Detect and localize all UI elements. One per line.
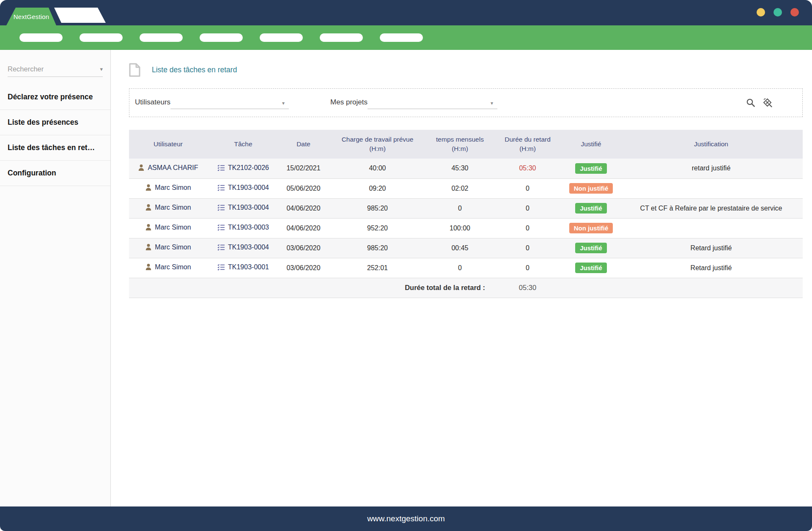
projects-select-line: ▾ [368,96,497,109]
page-header: Liste des tâches en retard [129,61,803,78]
chevron-down-icon: ▾ [491,100,493,106]
task-link[interactable]: TK2102-0026 [217,164,269,172]
status-cell: Justifié [562,238,620,258]
task-link[interactable]: TK1903-0003 [217,224,269,231]
nav-item-placeholder[interactable] [80,33,123,42]
secondary-tab[interactable] [54,8,106,23]
table-row: Marc SimonTK1903-000405/06/202009:2002:0… [129,178,803,198]
user-link[interactable]: Marc Simon [145,184,191,192]
users-select[interactable]: Utilisateurs ▾ [135,96,289,109]
user-link[interactable]: Marc Simon [145,263,191,271]
magnifier-x-icon [763,98,773,108]
brand-logo: NextGestion [14,13,49,20]
task-code: TK1903-0003 [228,224,269,231]
table-row: Marc SimonTK1903-000103/06/2020252:0100J… [129,258,803,278]
person-icon [145,204,152,211]
status-badge: Justifié [575,163,607,174]
user-name: Marc Simon [155,263,191,271]
date: 03/06/2020 [279,258,328,278]
date: 04/06/2020 [279,218,328,238]
table-row: Marc SimonTK1903-000304/06/2020952:20100… [129,218,803,238]
users-select-line: ▾ [170,96,289,109]
sidebar-item[interactable]: Déclarez votre présence [0,85,110,110]
clear-search-button[interactable] [763,98,773,108]
brand-tab[interactable]: NextGestion [6,8,56,25]
task-code: TK1903-0004 [228,244,269,251]
date: 15/02/2021 [279,159,328,178]
column-header: Date [279,130,328,159]
task-code: TK1903-0001 [228,263,269,271]
sidebar-search-placeholder: Rechercher [8,65,44,73]
planned-hours: 952:20 [328,218,427,238]
status-badge: Non justifié [569,183,613,194]
task-link[interactable]: TK1903-0004 [217,204,269,211]
table-row: Marc SimonTK1903-000404/06/2020985:2000J… [129,198,803,218]
task-link[interactable]: TK1903-0004 [217,244,269,251]
sidebar-item[interactable]: Liste des tâches en ret… [0,135,110,161]
sidebar-item[interactable]: Liste des présences [0,110,110,135]
nav-item-placeholder[interactable] [140,33,183,42]
window-control-red-dot[interactable] [790,8,799,16]
person-icon [138,164,145,171]
total-label: Durée total de la retard : [129,278,493,298]
window-control-yellow-dot[interactable] [757,8,765,16]
magnifier-icon [746,98,755,107]
monthly-hours: 45:30 [427,159,493,178]
footer-url: www.nextgestion.com [367,514,445,523]
person-icon [145,263,152,271]
planned-hours: 985:20 [328,198,427,218]
delay-duration: 0 [493,258,562,278]
projects-select[interactable]: Mes projets ▾ [330,96,497,109]
task-link[interactable]: TK1903-0004 [217,184,269,192]
window-control-teal-dot[interactable] [774,8,782,16]
table-header: UtilisateurTâcheDateCharge de travail pr… [129,130,803,159]
search-button[interactable] [746,98,756,108]
monthly-hours: 0 [427,258,493,278]
delay-duration: 0 [493,218,562,238]
delay-duration: 05:30 [493,159,562,178]
planned-hours: 252:01 [328,258,427,278]
task-code: TK1903-0004 [228,204,269,211]
planned-hours: 985:20 [328,238,427,258]
user-link[interactable]: Marc Simon [145,224,191,231]
planned-hours: 09:20 [328,178,427,198]
checklist-icon [217,264,225,271]
chevron-down-icon: ▾ [282,100,285,106]
delay-duration: 0 [493,238,562,258]
user-link[interactable]: Marc Simon [145,244,191,251]
column-header: Justification [620,130,803,159]
justification-text: Retard justifié [620,238,803,258]
person-icon [145,244,152,251]
nav-item-placeholder[interactable] [19,33,63,42]
user-name: Marc Simon [155,204,191,211]
sidebar-item[interactable]: Configuration [0,161,110,186]
user-name: Marc Simon [155,184,191,192]
status-badge: Non justifié [569,223,613,233]
sidebar-search[interactable]: Rechercher ▾ [8,62,103,77]
status-cell: Justifié [562,258,620,278]
checklist-icon [217,184,225,191]
monthly-hours: 0 [427,198,493,218]
task-code: TK2102-0026 [228,164,269,172]
column-header: Durée du retard(H:m) [493,130,562,159]
date: 03/06/2020 [279,238,328,258]
sidebar-menu: Déclarez votre présenceListe des présenc… [0,85,110,186]
user-link[interactable]: Marc Simon [145,204,191,211]
nav-item-placeholder[interactable] [200,33,243,42]
main-nav [0,25,812,50]
task-link[interactable]: TK1903-0001 [217,263,269,271]
column-header: Charge de travail prévue(H:m) [328,130,427,159]
title-bar: NextGestion [0,0,812,25]
filter-actions [746,98,773,108]
table-row: ASMAA CHARIFTK2102-002615/02/202140:0045… [129,159,803,178]
nav-item-placeholder[interactable] [260,33,303,42]
status-badge: Justifié [575,243,607,253]
justification-text [620,178,803,198]
user-link[interactable]: ASMAA CHARIF [138,164,198,172]
nav-item-placeholder[interactable] [380,33,423,42]
task-code: TK1903-0004 [228,184,269,192]
delay-duration: 0 [493,178,562,198]
user-name: ASMAA CHARIF [148,164,198,172]
nav-item-placeholder[interactable] [320,33,363,42]
checklist-icon [217,244,225,251]
